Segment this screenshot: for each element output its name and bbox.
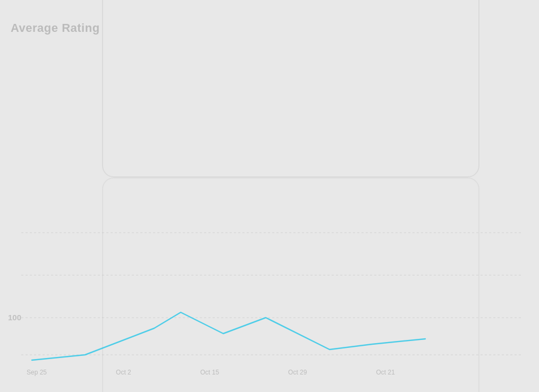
sentiments-card-wrapper: Sentiments Postive Neutral Negative <box>102 0 479 392</box>
svg-text:100: 100 <box>8 313 21 322</box>
bg-chart-label: Average Rating <box>11 21 100 35</box>
bg-x-label: Sep 25 <box>27 369 47 376</box>
shadow-layer-3 <box>102 177 479 392</box>
shadow-layer-2 <box>102 0 479 177</box>
